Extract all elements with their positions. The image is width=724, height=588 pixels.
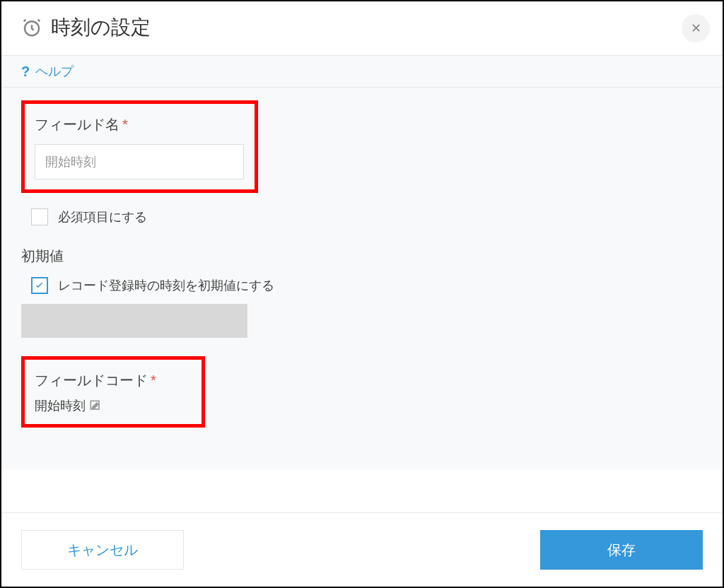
close-button[interactable]: ✕ — [682, 14, 710, 42]
field-code-line: 開始時刻 — [35, 397, 192, 414]
dialog-header: 時刻の設定 ✕ — [1, 1, 723, 55]
dialog-title: 時刻の設定 — [51, 14, 151, 41]
help-icon: ? — [21, 64, 30, 80]
field-code-label: フィールドコード — [35, 371, 148, 390]
required-checkbox[interactable] — [31, 208, 48, 225]
save-button-label: 保存 — [607, 541, 636, 560]
required-star-icon: * — [122, 117, 128, 133]
cancel-button[interactable]: キャンセル — [21, 530, 184, 570]
field-code-value: 開始時刻 — [35, 397, 86, 414]
help-label: ヘルプ — [35, 63, 74, 80]
required-checkbox-row: 必須項目にする — [31, 208, 703, 225]
default-time-checkbox-label: レコード登録時の時刻を初期値にする — [58, 277, 274, 294]
edit-icon[interactable] — [88, 399, 103, 413]
default-time-checkbox-row: レコード登録時の時刻を初期値にする — [31, 277, 703, 294]
cancel-button-label: キャンセル — [67, 541, 138, 560]
clock-icon — [21, 17, 42, 38]
content-area: フィールド名 * 必須項目にする 初期値 レコード登録時の時刻を初期値にする フ… — [1, 88, 723, 469]
field-name-input[interactable] — [35, 144, 244, 180]
field-code-highlight: フィールドコード * 開始時刻 — [21, 356, 205, 428]
dialog-footer: キャンセル 保存 — [1, 512, 723, 587]
save-button[interactable]: 保存 — [540, 530, 703, 570]
field-name-label-row: フィールド名 * — [35, 115, 245, 134]
required-checkbox-label: 必須項目にする — [58, 208, 147, 225]
field-name-label: フィールド名 — [35, 115, 119, 134]
default-value-label: 初期値 — [21, 247, 703, 266]
default-value-disabled-input — [21, 304, 247, 338]
help-bar[interactable]: ? ヘルプ — [1, 55, 723, 88]
required-star-icon: * — [151, 372, 156, 389]
default-time-checkbox[interactable] — [31, 277, 48, 294]
field-name-highlight: フィールド名 * — [21, 100, 258, 193]
close-icon: ✕ — [691, 20, 701, 36]
field-code-label-row: フィールドコード * — [35, 371, 192, 390]
